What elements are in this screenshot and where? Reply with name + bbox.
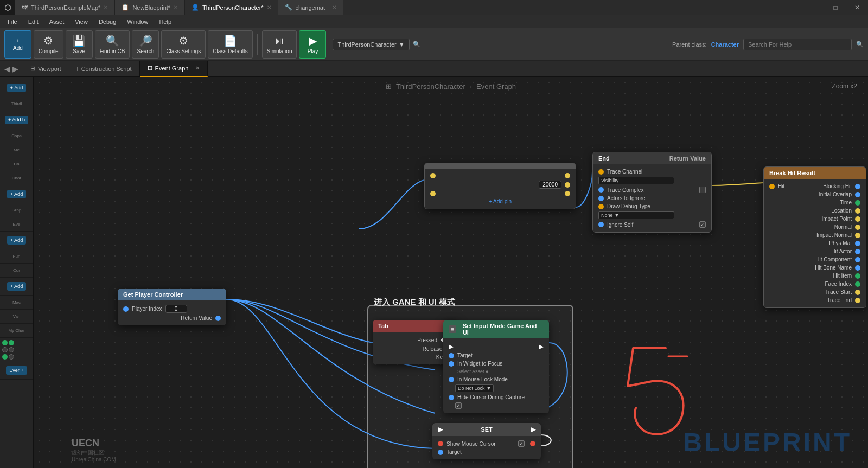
draw-debug-pin <box>598 204 604 209</box>
ca-label: Ca <box>2 161 31 168</box>
end-draw-debug: Draw Debug Type <box>596 202 708 210</box>
tab-event-graph[interactable]: ⊞ Event Graph ✕ <box>140 61 208 77</box>
debug-value: ThirdPersonCharacter <box>337 41 396 48</box>
add-mac-button[interactable]: + Add <box>7 282 26 291</box>
compile-button[interactable]: ⚙ Compile <box>34 30 63 59</box>
tab-viewport[interactable]: ⊞ Viewport <box>23 61 69 77</box>
tab-cm-close[interactable]: ✕ <box>332 4 336 10</box>
get-pc-header-label: Get Player Controller <box>123 291 183 298</box>
tab-tp-close[interactable]: ✕ <box>267 4 271 10</box>
bh-trace-start: Trace Start <box>767 288 863 296</box>
menu-asset[interactable]: Asset <box>44 17 70 26</box>
tab-map[interactable]: 🗺 ThirdPersonExampleMap* ✕ <box>15 0 115 15</box>
add-b-button[interactable]: + Add b <box>5 116 28 124</box>
add-button[interactable]: + Add <box>4 30 31 59</box>
tab-construction[interactable]: f Construction Script <box>69 61 140 77</box>
trace-complex-check[interactable] <box>699 187 706 193</box>
node-get-player-controller[interactable]: Get Player Controller Player Index 0 Ret… <box>118 289 226 325</box>
debug-dropdown2[interactable]: None ▼ <box>598 211 674 219</box>
get-pc-body: Player Index 0 Return Value <box>118 300 226 325</box>
class-settings-button[interactable]: ⚙ Class Settings <box>161 30 206 59</box>
bh-time-pin <box>855 200 860 206</box>
sidebar-add-b[interactable]: + Add b <box>0 111 33 129</box>
set-target-pin: Target <box>436 448 538 456</box>
hide-cursor-checkbox[interactable]: ✓ <box>455 402 462 409</box>
toolbar-separator-1 <box>257 34 258 55</box>
bh-normal-label: Normal <box>834 224 852 230</box>
tab-newblueprint[interactable]: 📋 NewBlueprint* ✕ <box>115 0 185 15</box>
break-hit-label: Break Hit Result <box>769 170 815 176</box>
add-top-button[interactable]: + Add <box>7 84 26 92</box>
sidebar-ever[interactable]: Ever + <box>0 362 33 380</box>
class-defaults-icon: 📄 <box>224 34 237 47</box>
search-button[interactable]: 🔎 Search <box>132 30 159 59</box>
show-cursor-checkbox[interactable]: ✓ <box>518 440 525 447</box>
tab-changemat[interactable]: 🔧 changemat ✕ <box>278 0 343 15</box>
main-layout: + Add Thirdl + Add b Caps Me Ca Char + A… <box>0 77 868 468</box>
lock-dropdown[interactable]: Do Not Lock ▼ <box>455 384 494 392</box>
bh-impact-point: Impact Point <box>767 215 863 223</box>
menu-edit[interactable]: Edit <box>23 17 44 26</box>
sidebar-add-graph[interactable]: + Add <box>0 185 33 203</box>
lock-value: Do Not Lock <box>458 386 485 391</box>
close-button[interactable]: ✕ <box>846 0 868 15</box>
nav-forward[interactable]: ▶ <box>12 65 18 73</box>
upper-value[interactable]: 20000 <box>539 181 561 189</box>
node-set-input-mode[interactable]: ■ Set Input Mode Game And UI ▶ ▶ Target … <box>443 320 549 413</box>
ever-button[interactable]: Ever + <box>6 366 27 375</box>
collapse-btn[interactable]: ■ <box>449 325 456 333</box>
menu-window[interactable]: Window <box>122 17 154 26</box>
minimize-button[interactable]: ─ <box>803 0 825 15</box>
title-tabs: 🗺 ThirdPersonExampleMap* ✕ 📋 NewBlueprin… <box>15 0 803 15</box>
node-set[interactable]: ▶ SET ▶ Show Mouse Cursor ✓ Target <box>432 423 541 459</box>
add-fun-button[interactable]: + Add <box>7 236 26 245</box>
menu-help[interactable]: Help <box>154 17 177 26</box>
event-graph-close[interactable]: ✕ <box>195 65 200 71</box>
app-logo: ⬡ <box>0 0 15 15</box>
simulation-button[interactable]: ⏯ Simulation <box>262 30 297 59</box>
play-button[interactable]: ▶ Play <box>299 30 326 59</box>
debug-filter: ThirdPersonCharacter ▼ 🔍 <box>333 39 420 50</box>
debug-filter-icon[interactable]: 🔍 <box>413 41 420 48</box>
end-trace-complex: Trace Complex <box>596 185 708 194</box>
canvas-area[interactable]: ⊞ ThirdPersonCharacter › Event Graph Zoo… <box>34 77 868 468</box>
tab-nb-close[interactable]: ✕ <box>174 4 178 10</box>
player-index-value[interactable]: 0 <box>165 305 187 313</box>
menu-file[interactable]: File <box>2 17 23 26</box>
trace-dropdown[interactable]: Visibility <box>598 177 674 184</box>
grap-label: Grap <box>2 207 31 214</box>
breadcrumb-classname: ThirdPersonCharacter <box>396 82 465 91</box>
search-help-input[interactable]: Search For Help <box>743 39 852 50</box>
maximize-button[interactable]: □ <box>825 0 846 15</box>
nav-back[interactable]: ◀ <box>4 65 10 73</box>
class-defaults-button[interactable]: 📄 Class Defaults <box>208 30 252 59</box>
node-upper-group[interactable]: 20000 + Add pin <box>424 163 576 209</box>
search-help-icon[interactable]: 🔍 <box>856 41 864 48</box>
tab-tp-label: ThirdPersonCharacter* <box>202 4 264 11</box>
bh-impact-normal-pin <box>855 233 860 238</box>
tab-thirdperson[interactable]: 👤 ThirdPersonCharacter* ✕ <box>185 0 278 15</box>
bh-hit-actor-label: Hit Actor <box>831 248 852 254</box>
menu-view[interactable]: View <box>69 17 93 26</box>
ignore-self-check[interactable]: ✓ <box>699 221 706 228</box>
end-return-label: Return Value <box>669 155 706 162</box>
tab-map-close[interactable]: ✕ <box>104 4 108 10</box>
menu-debug[interactable]: Debug <box>93 17 122 26</box>
bh-face-pin <box>855 281 860 287</box>
upper-pin1 <box>428 172 572 179</box>
dot-empty3 <box>9 354 14 360</box>
play-icon: ▶ <box>309 34 317 47</box>
find-in-cb-button[interactable]: 🔍 Find in CB <box>95 30 130 59</box>
add-graph-button[interactable]: + Add <box>7 190 26 198</box>
debug-dropdown[interactable]: ThirdPersonCharacter ▼ <box>333 39 409 50</box>
widget-label: In Widget to Focus <box>457 361 502 367</box>
add-pin-icon[interactable]: + Add pin <box>489 198 512 204</box>
bh-hit-item-label: Hit Item <box>833 273 852 279</box>
bh-phys-mat-pin <box>855 241 860 246</box>
parent-class-label: Parent class: <box>672 41 707 48</box>
sidebar-add-fun[interactable]: + Add <box>0 232 33 249</box>
save-button[interactable]: 💾 Save <box>66 30 93 59</box>
debug-val2: None <box>601 213 613 218</box>
sidebar-add-top[interactable]: + Add <box>0 79 33 97</box>
sidebar-add-mac[interactable]: + Add <box>0 278 33 296</box>
